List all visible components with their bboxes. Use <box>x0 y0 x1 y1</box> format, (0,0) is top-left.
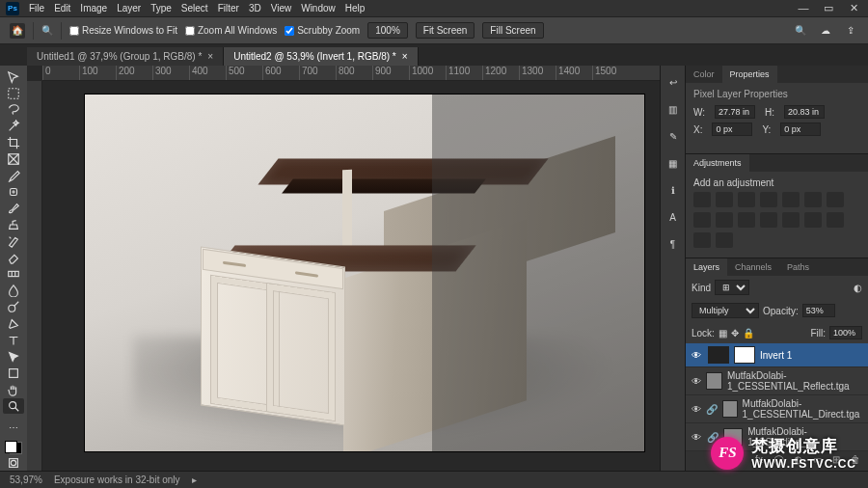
adj-exposure-icon[interactable] <box>760 192 777 207</box>
brush-tool[interactable] <box>3 201 24 216</box>
canvas-area[interactable]: 0100200300400500600700800900100011001200… <box>27 66 660 471</box>
adj-levels-icon[interactable] <box>716 192 733 207</box>
x-input[interactable] <box>712 122 752 136</box>
lock-position-icon[interactable]: ✥ <box>731 328 739 339</box>
zoom-level[interactable]: 53,97% <box>10 474 42 485</box>
opacity-input[interactable] <box>802 304 835 317</box>
adj-colorlookup-icon[interactable] <box>760 212 777 228</box>
y-input[interactable] <box>780 122 821 136</box>
layer-thumb[interactable] <box>706 372 722 390</box>
menu-filter[interactable]: Filter <box>218 3 239 14</box>
adj-bw-icon[interactable] <box>693 212 711 228</box>
lasso-tool[interactable] <box>3 102 24 118</box>
menu-file[interactable]: File <box>29 3 44 14</box>
menu-type[interactable]: Type <box>150 3 172 14</box>
visibility-icon[interactable]: 👁 <box>692 376 701 387</box>
layer-mask-thumb[interactable] <box>734 346 755 364</box>
tab-layers[interactable]: Layers <box>686 258 727 276</box>
eraser-tool[interactable] <box>3 250 24 265</box>
layer-name[interactable]: MutfakDolabi-1_CESSENTIAL_Direct.tga <box>743 398 862 420</box>
adj-invert-icon[interactable] <box>782 212 800 228</box>
share-icon[interactable]: ⇪ <box>843 23 858 39</box>
opt-scrubby-zoom[interactable]: Scrubby Zoom <box>285 25 360 36</box>
move-tool[interactable] <box>3 69 24 85</box>
menu-help[interactable]: Help <box>345 3 366 14</box>
eyedropper-tool[interactable] <box>3 168 24 183</box>
shape-tool[interactable] <box>3 366 24 381</box>
width-input[interactable] <box>715 105 755 119</box>
home-icon[interactable]: 🏠 <box>10 23 25 39</box>
brushes-icon[interactable]: ✎ <box>665 127 682 145</box>
lock-all-icon[interactable]: 🔒 <box>743 328 754 339</box>
frame-tool[interactable] <box>3 151 24 167</box>
layer-thumb[interactable] <box>722 400 738 418</box>
tab-doc-1[interactable]: Untitled1 @ 37,9% (Group 1, RGB/8) *× <box>27 47 224 66</box>
zoom-tool-icon[interactable]: 🔍 <box>41 25 53 36</box>
ruler-horizontal[interactable]: 0100200300400500600700800900100011001200… <box>42 66 660 81</box>
opt-resize-windows[interactable]: Resize Windows to Fit <box>69 25 177 36</box>
blend-mode-select[interactable]: Multiply <box>692 303 759 318</box>
visibility-icon[interactable]: 👁 <box>692 350 703 361</box>
tab-adjustments[interactable]: Adjustments <box>686 154 749 172</box>
menu-view[interactable]: View <box>271 3 292 14</box>
type-tool[interactable] <box>3 333 24 348</box>
libraries-icon[interactable]: ▥ <box>665 100 682 118</box>
layer-row[interactable]: 👁 Invert 1 <box>686 343 868 367</box>
adj-posterize-icon[interactable] <box>804 212 822 228</box>
menu-layer[interactable]: Layer <box>117 3 141 14</box>
menu-window[interactable]: Window <box>301 3 336 14</box>
layer-filter-select[interactable]: ⊞ <box>715 280 749 295</box>
menu-edit[interactable]: Edit <box>54 3 70 14</box>
layer-thumb[interactable] <box>708 346 729 364</box>
opt-zoom-all[interactable]: Zoom All Windows <box>185 25 277 36</box>
color-swatch[interactable] <box>5 441 22 454</box>
tab-properties[interactable]: Properties <box>722 66 777 83</box>
path-selection-tool[interactable] <box>3 349 24 365</box>
adj-selective-icon[interactable] <box>716 232 733 248</box>
character-icon[interactable]: A <box>665 208 682 226</box>
lock-pixels-icon[interactable]: ▦ <box>719 328 727 339</box>
paragraph-icon[interactable]: ¶ <box>665 235 682 253</box>
visibility-icon[interactable]: 👁 <box>692 404 701 415</box>
hand-tool[interactable] <box>3 382 24 397</box>
ruler-vertical[interactable] <box>27 81 42 471</box>
search-icon[interactable]: 🔍 <box>793 23 808 39</box>
btn-fill-screen[interactable]: Fill Screen <box>482 22 543 39</box>
adj-curves-icon[interactable] <box>738 192 755 207</box>
adj-brightness-icon[interactable] <box>693 192 711 207</box>
info-icon[interactable]: ℹ <box>665 181 682 199</box>
adj-hue-icon[interactable] <box>804 192 822 207</box>
magic-wand-tool[interactable] <box>3 119 24 134</box>
layer-row[interactable]: 👁 MutfakDolabi-1_CESSENTIAL_Reflect.tga <box>686 367 868 395</box>
cloud-icon[interactable]: ☁ <box>818 23 833 39</box>
filter-toggle-icon[interactable]: ◐ <box>854 283 862 293</box>
visibility-icon[interactable]: 👁 <box>692 432 702 443</box>
layer-name[interactable]: MutfakDolabi-1_CESSENTIAL_Reflect.tga <box>727 370 862 392</box>
layer-row[interactable]: 👁 🔗 MutfakDolabi-1_CESSENTIAL_Direct.tga <box>686 395 868 423</box>
dodge-tool[interactable] <box>3 299 24 314</box>
window-minimize[interactable]: — <box>795 2 812 14</box>
pen-tool[interactable] <box>3 315 24 331</box>
btn-fit-screen[interactable]: Fit Screen <box>416 22 475 39</box>
tab-channels[interactable]: Channels <box>727 258 779 276</box>
edit-toolbar[interactable]: ⋯ <box>3 420 24 435</box>
adj-threshold-icon[interactable] <box>827 212 844 228</box>
link-icon[interactable]: 🔗 <box>706 404 718 415</box>
window-close[interactable]: ✕ <box>845 2 862 14</box>
adj-gradientmap-icon[interactable] <box>693 232 711 248</box>
adj-colorbalance-icon[interactable] <box>827 192 844 207</box>
gradient-tool[interactable] <box>3 266 24 282</box>
history-brush-tool[interactable] <box>3 233 24 249</box>
tab-paths[interactable]: Paths <box>779 258 817 276</box>
healing-brush-tool[interactable] <box>3 184 24 200</box>
adj-channelmixer-icon[interactable] <box>738 212 755 228</box>
fill-input[interactable] <box>829 326 862 339</box>
document-canvas[interactable] <box>85 95 644 451</box>
crop-tool[interactable] <box>3 135 24 150</box>
close-icon[interactable]: × <box>207 51 213 62</box>
height-input[interactable] <box>784 105 825 119</box>
adj-photofilter-icon[interactable] <box>716 212 733 228</box>
menu-3d[interactable]: 3D <box>249 3 261 14</box>
close-icon[interactable]: × <box>402 51 408 62</box>
menu-select[interactable]: Select <box>181 3 208 14</box>
